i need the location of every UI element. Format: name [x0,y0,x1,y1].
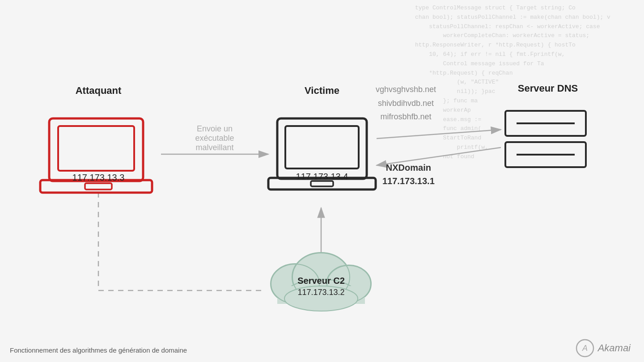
attacker-label: Attaquant [40,85,157,97]
attacker-node: Attaquant 117.173.13.3 [40,85,157,183]
akamai-text: Akamai [598,342,631,354]
svg-rect-19 [505,142,586,167]
victim-ip: 117.173.13.4 [268,172,376,182]
c2-label: Serveur C2 [276,276,366,286]
nxdomain-text: NXDomain [382,161,435,174]
domain3: mifrosbhfb.net [376,110,436,124]
dns-node: Serveur DNS [499,83,597,94]
victim-node: Victime 117.173.13.4 [268,85,376,182]
svg-rect-17 [505,111,586,136]
dns-label: Serveur DNS [499,83,597,94]
c2-ip: 117.173.13.2 [276,288,366,297]
caption: Fonctionnement des algorithmes de généra… [10,346,187,354]
svg-rect-12 [85,183,112,189]
domain1: vghvsghvshb.net [376,83,436,97]
domain2: shivbdihvdb.net [376,97,436,110]
svg-text:A: A [582,344,588,353]
akamai-icon: A [576,339,594,358]
victim-label: Victime [268,85,376,97]
c2-node: Serveur C2 117.173.13.2 [276,276,366,297]
nxdomain-ip: 117.173.13.1 [382,174,435,188]
domain-labels: vghvsghvshb.net shivbdihvdb.net mifrosbh… [376,83,436,124]
code-background: type ControlMessage struct { Target stri… [411,0,644,206]
svg-line-4 [377,130,501,139]
akamai-logo: A Akamai [576,339,631,358]
send-label: Envoie un exécutable malveillant [170,124,259,152]
attacker-ip: 117.173.13.3 [40,173,157,183]
nxdomain-label: NXDomain 117.173.13.1 [382,161,435,188]
